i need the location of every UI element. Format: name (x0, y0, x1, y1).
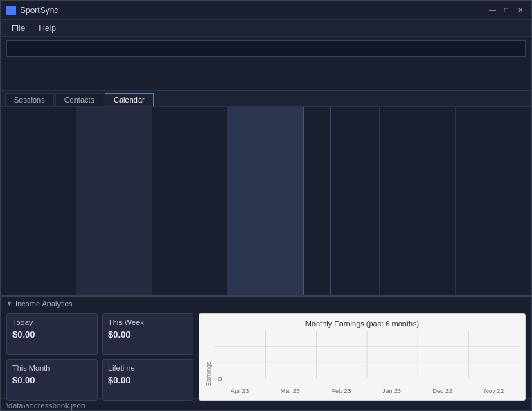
tab-calendar[interactable]: Calendar (105, 93, 154, 106)
file-menu[interactable]: File (5, 22, 32, 35)
stat-this-month-value: $0.00 (12, 375, 91, 385)
status-path: \data\addressbook.json (6, 401, 85, 410)
analytics-body: Today $0.00 This Week $0.00 This Month $… (6, 313, 526, 401)
chart-ylabel: Earnings (205, 331, 212, 386)
search-input[interactable] (6, 40, 526, 57)
chart-inner: 0 (215, 331, 520, 386)
time-indicator (330, 107, 331, 295)
app-title: SportSync (20, 6, 58, 15)
cal-col-6 (380, 107, 455, 295)
banner-area (1, 60, 531, 91)
svg-text:0: 0 (218, 376, 222, 382)
minimize-button[interactable]: — (487, 5, 498, 16)
menu-bar: File Help (1, 20, 531, 37)
title-bar-controls: — □ ✕ (487, 5, 526, 16)
analytics-header: ▼ Income Analytics (6, 299, 526, 308)
title-bar-left: SportSync (6, 6, 58, 15)
stat-lifetime-label: Lifetime (108, 364, 187, 372)
analytics-label: Income Analytics (15, 299, 73, 308)
stat-lifetime[interactable]: Lifetime $0.00 (102, 359, 193, 401)
earnings-chart: Monthly Earnings (past 6 months) Earning… (199, 313, 526, 401)
x-label-3: Jan 23 (382, 387, 401, 394)
stat-today[interactable]: Today $0.00 (6, 313, 98, 355)
chart-title: Monthly Earnings (past 6 months) (205, 320, 520, 328)
help-menu[interactable]: Help (32, 22, 63, 35)
x-label-5: Nov 22 (484, 387, 504, 394)
stat-this-week[interactable]: This Week $0.00 (102, 313, 193, 355)
cal-col-1 (1, 107, 76, 295)
stat-today-label: Today (12, 318, 91, 326)
tab-sessions[interactable]: Sessions (5, 93, 54, 106)
search-bar (1, 37, 531, 60)
tab-contacts[interactable]: Contacts (55, 93, 103, 106)
stat-this-month-label: This Month (12, 364, 91, 372)
maximize-button[interactable]: □ (501, 5, 512, 16)
stat-this-week-label: This Week (108, 318, 187, 326)
chart-xlabels: Apr 23 Mar 23 Feb 23 Jan 23 Dec 22 Nov 2… (205, 387, 520, 394)
close-button[interactable]: ✕ (515, 5, 526, 16)
x-label-2: Feb 23 (331, 387, 351, 394)
cal-col-2 (76, 107, 152, 295)
tab-bar: Sessions Contacts Calendar (1, 91, 531, 107)
chart-svg: 0 (215, 331, 520, 386)
cal-col-4 (228, 107, 303, 295)
chart-container: Earnings 0 (205, 331, 520, 386)
stats-grid: Today $0.00 This Week $0.00 This Month $… (6, 313, 193, 401)
cal-col-7 (456, 107, 531, 295)
analytics-toggle-icon[interactable]: ▼ (6, 300, 12, 307)
x-label-4: Dec 22 (433, 387, 453, 394)
cal-col-5 (304, 107, 380, 295)
stat-this-month[interactable]: This Month $0.00 (6, 359, 98, 401)
x-label-0: Apr 23 (231, 387, 249, 394)
calendar-view (1, 107, 531, 295)
cal-col-3 (152, 107, 228, 295)
x-label-1: Mar 23 (281, 387, 300, 394)
stat-today-value: $0.00 (12, 329, 91, 340)
stat-this-week-value: $0.00 (108, 329, 187, 340)
stat-lifetime-value: $0.00 (108, 375, 187, 385)
analytics-section: ▼ Income Analytics Today $0.00 This Week… (1, 295, 531, 398)
app-icon (6, 6, 16, 15)
title-bar: SportSync — □ ✕ (1, 1, 531, 20)
